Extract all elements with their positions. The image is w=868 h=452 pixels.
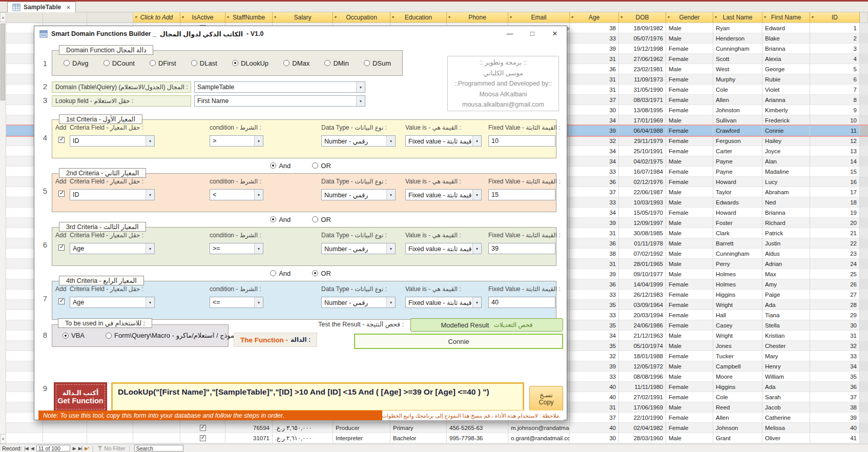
criteria-condition-select[interactable]: >▼ [210, 135, 263, 147]
first-record-button[interactable]: |◀ [25, 446, 28, 451]
cell-id[interactable]: 9 [810, 105, 860, 115]
cell-last_name[interactable]: Murphy [713, 74, 762, 85]
cell-age[interactable]: 37 [570, 187, 619, 197]
cell-last_name[interactable]: Tucker [713, 351, 762, 361]
cell-dob[interactable]: 12/09/1997 [619, 218, 666, 228]
cell-age[interactable]: 35 [570, 300, 619, 310]
cell-id[interactable]: 23 [810, 249, 860, 259]
cell-id[interactable]: 35 [810, 372, 860, 382]
cell-id[interactable]: 24 [810, 259, 860, 269]
cell-id[interactable]: 11 [810, 126, 860, 136]
cell-last_name[interactable]: Hall [713, 310, 762, 320]
cell-dob[interactable]: 19/12/1998 [619, 44, 666, 54]
cell-age[interactable]: 31 [570, 402, 619, 413]
chevron-down-icon[interactable]: ▼ [146, 243, 154, 254]
column-header-first_name[interactable]: ▾First Name [762, 12, 810, 23]
next-record-button[interactable]: ▶ [73, 446, 76, 451]
cell-gender[interactable]: Female [666, 85, 713, 95]
cell-age[interactable]: 39 [570, 269, 619, 279]
cell-id[interactable]: 21 [810, 228, 860, 238]
chevron-down-icon[interactable]: ▼ [386, 297, 395, 307]
cell-gender[interactable]: Female [666, 392, 713, 402]
modified-result-button[interactable]: Modefied Result فحص التعديلات [410, 318, 563, 332]
cell-gender[interactable]: Female [666, 320, 713, 331]
criteria-datatype-select[interactable]: Number - رقمي▼ [321, 189, 396, 200]
cell-age[interactable]: 39 [570, 218, 619, 228]
cell-id[interactable]: 28 [810, 300, 860, 310]
cell-salary[interactable]: ٢,٦١٠,٠٠٠ ر.ع. [273, 433, 333, 443]
cell-gender[interactable]: Female [666, 167, 713, 177]
cell-dob[interactable]: 07/02/1992 [619, 249, 666, 259]
cell-gender[interactable]: Female [666, 423, 713, 433]
column-header-phone[interactable]: ▾Phone [447, 12, 508, 23]
radio-dlookup[interactable]: DLookUp [232, 59, 268, 67]
chevron-down-icon[interactable]: ▼ [386, 136, 395, 146]
cell-first_name[interactable]: Blake [762, 33, 810, 44]
cell-first_name[interactable]: Brianna [762, 44, 810, 54]
cell-id[interactable]: 19 [810, 208, 860, 218]
cell-isactive[interactable] [180, 423, 225, 433]
cell-last_name[interactable]: Moore [713, 372, 762, 382]
cell-age[interactable]: 37 [570, 413, 619, 423]
get-function-button[interactable]: أكتب الـدالة Get Function [54, 382, 107, 412]
cell-dob[interactable]: 08/03/1971 [619, 95, 666, 105]
isactive-checkbox[interactable] [200, 425, 206, 431]
cell-age[interactable]: 38 [570, 249, 619, 259]
cell-id[interactable]: 22 [810, 238, 860, 249]
cell-staffnumber[interactable]: 31071 [225, 433, 273, 443]
column-header-gender[interactable]: ▾Gender [666, 12, 713, 23]
cell-gender[interactable]: Female [666, 95, 713, 105]
cell-occupation[interactable]: Producer [333, 423, 390, 433]
cell-last_name[interactable]: Reed [713, 402, 762, 413]
cell-age[interactable]: 33 [570, 290, 619, 300]
cell-first_name[interactable]: Ned [762, 197, 810, 208]
cell-first_name[interactable]: Connie [762, 126, 810, 136]
cell-age[interactable]: 39 [570, 126, 619, 136]
cell-age[interactable]: 36 [570, 279, 619, 290]
cell-id[interactable]: 4 [810, 54, 860, 64]
cell-dob[interactable]: 20/03/1994 [619, 310, 666, 320]
criteria-field-select[interactable]: Age▼ [70, 297, 155, 308]
cell-id[interactable]: 34 [810, 361, 860, 372]
cell-age[interactable]: 35 [570, 341, 619, 351]
column-header-isactive[interactable]: ▾IsActive [180, 12, 225, 23]
cell-dob[interactable]: 09/10/1977 [619, 269, 666, 279]
cell-id[interactable]: 5 [810, 64, 860, 74]
cell-first_name[interactable]: Abraham [762, 187, 810, 197]
cell-id[interactable]: 38 [810, 402, 860, 413]
chevron-down-icon[interactable]: ▼ [254, 190, 263, 200]
cell-gender[interactable]: Female [666, 105, 713, 115]
chevron-down-icon[interactable]: ▼ [472, 136, 481, 146]
cell-gender[interactable]: Female [666, 136, 713, 146]
cell-gender[interactable]: Female [666, 146, 713, 156]
radio-dcount[interactable]: DCount [104, 59, 135, 67]
cell-last_name[interactable]: Sullivan [713, 115, 762, 126]
cell-age[interactable]: 38 [570, 23, 619, 33]
cell-dob[interactable]: 27/02/1991 [619, 392, 666, 402]
criteria-field-select[interactable]: ID▼ [70, 135, 155, 147]
cell-last_name[interactable]: Payne [713, 167, 762, 177]
cell-id[interactable]: 2 [810, 33, 860, 44]
cell-first_name[interactable]: Catherine [762, 413, 810, 423]
filter-dropdown-icon[interactable]: ▾ [335, 15, 337, 19]
scroll-down-icon[interactable]: ▼ [0, 434, 6, 444]
current-record-box[interactable]: 11 of 100 [36, 445, 70, 451]
criteria-value_is-select[interactable]: Fixed value - قيمة ثابتة▼ [405, 243, 482, 254]
cell-last_name[interactable]: Wright [713, 300, 762, 310]
criteria-field-select[interactable]: ID▼ [70, 189, 155, 200]
cell-gender[interactable]: Female [666, 279, 713, 290]
maximize-icon[interactable]: □ [528, 30, 537, 37]
cell-id[interactable]: 40 [810, 423, 860, 433]
filter-dropdown-icon[interactable]: ▾ [621, 15, 623, 19]
cell-dob[interactable]: 02/12/1976 [619, 177, 666, 187]
cell-gender[interactable]: Male [666, 197, 713, 208]
cell-first_name[interactable]: Jacob [762, 402, 810, 413]
cell-first_name[interactable]: Alan [762, 156, 810, 167]
cell-gender[interactable]: Male [666, 259, 713, 269]
cell-age[interactable]: 36 [570, 64, 619, 74]
filter-dropdown-icon[interactable]: ▾ [135, 15, 137, 19]
scrollbar-thumb[interactable] [1, 24, 5, 100]
cell-id[interactable]: 3 [810, 44, 860, 54]
cell-first_name[interactable]: Ada [762, 382, 810, 392]
criteria-datatype-select[interactable]: Number - رقمي▼ [321, 297, 396, 308]
